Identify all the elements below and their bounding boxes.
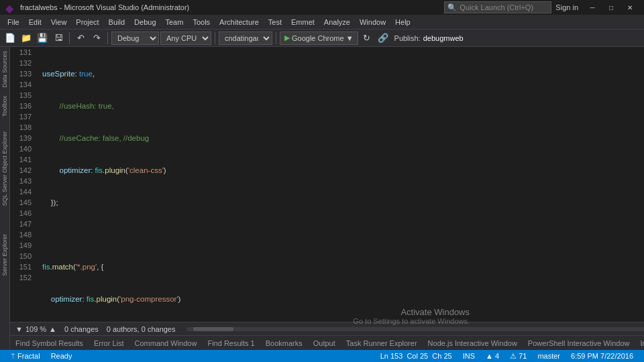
branch-label[interactable]: master: [532, 350, 566, 362]
app: ◆ fractalwebs - Microsoft Visual Studio …: [0, 0, 644, 362]
menu-view[interactable]: View: [46, 17, 72, 27]
encoding-label[interactable]: INS: [458, 350, 480, 362]
menu-test[interactable]: Test: [264, 17, 286, 27]
content-area: Data Sources Toolbox SQL Server Object E…: [0, 47, 644, 350]
bottom-tab-find-results[interactable]: Find Results 1: [202, 338, 260, 349]
code-line: //useCache: false, //debug: [40, 133, 644, 143]
save-all-button[interactable]: 🖫: [51, 31, 66, 46]
bottom-tab-bookmarks[interactable]: Bookmarks: [260, 338, 308, 349]
publish-value: debugmweb: [423, 34, 464, 42]
sidebar-item-data-sources[interactable]: Data Sources: [0, 47, 9, 92]
attach-button[interactable]: 🔗: [376, 31, 390, 46]
errors-count[interactable]: ▲ 4: [480, 350, 504, 362]
cursor-position[interactable]: Ln 153 Col 25 Ch 25: [375, 350, 458, 362]
code-line: optimizer: fis.plugin('png-compressor'): [40, 294, 644, 304]
bottom-tab-powershell[interactable]: PowerShell Interactive Window: [523, 338, 635, 349]
changes-count: 0 changes: [64, 325, 99, 333]
browser-label: Google Chrome: [292, 34, 344, 42]
code-line: optimizer: fis.plugin('clean-css'): [40, 165, 644, 176]
menu-emmet[interactable]: Emmet: [286, 17, 319, 27]
refresh-button[interactable]: ↻: [360, 31, 374, 46]
open-file-button[interactable]: 📁: [19, 31, 34, 46]
quick-launch-placeholder: Quick Launch (Ctrl+Q): [460, 3, 533, 11]
window-controls: ─ □ ✕: [584, 1, 639, 13]
bottom-tab-bar: Find Symbol Results Error List Command W…: [10, 335, 644, 350]
config-select[interactable]: Debug Release: [111, 32, 159, 45]
zoom-level: 109 %: [25, 325, 46, 333]
encoding-value: INS: [463, 352, 475, 360]
line-numbers: 1311321331341351361371381391401411421431…: [10, 47, 37, 322]
branch-value: master: [537, 352, 560, 360]
bottom-tab-command-window[interactable]: Command Window: [129, 338, 203, 349]
sidebar-item-sql-server[interactable]: SQL Server Object Explorer: [0, 127, 9, 210]
ready-label: Ready: [51, 352, 72, 360]
code-line: //useHash: true,: [40, 101, 644, 111]
menu-file[interactable]: File: [3, 17, 24, 27]
date-label: 7/22/2016: [600, 352, 633, 360]
menu-team[interactable]: Team: [161, 17, 189, 27]
code-line: [40, 229, 644, 240]
menu-edit[interactable]: Edit: [24, 17, 46, 27]
bottom-tab-immediate[interactable]: Immediate Window: [635, 338, 644, 349]
bottom-tab-output[interactable]: Output: [308, 338, 341, 349]
warnings-count[interactable]: ⚠ 71: [504, 350, 532, 362]
menu-architecture[interactable]: Architecture: [215, 17, 264, 27]
menu-help[interactable]: Help: [390, 17, 415, 27]
platform-select[interactable]: Any CPU: [160, 32, 211, 45]
toolbar: 📄 📁 💾 🖫 ↶ ↷ Debug Release Any CPU cndati…: [0, 29, 644, 47]
error-count-label: ▲ 4: [486, 352, 499, 360]
zoom-control[interactable]: ▼ 109 % ▲: [15, 325, 56, 333]
bottom-tab-find-symbol[interactable]: Find Symbol Results: [10, 338, 89, 349]
datetime-display: 6:59 PM 7/22/2016: [566, 350, 639, 362]
toolbar-separator-2: [107, 32, 108, 44]
editor-column: 1311321331341351361371381391401411421431…: [10, 47, 644, 350]
code-line: fis.match('*.png', {: [40, 261, 644, 272]
minimize-button[interactable]: ─: [584, 1, 601, 13]
app-title: fractalwebs - Microsoft Visual Studio (A…: [20, 3, 444, 11]
sidebar-item-server-explorer[interactable]: Server Explorer: [0, 230, 9, 280]
code-line: useSprite: true,: [40, 68, 644, 79]
horizontal-scrollbar[interactable]: [186, 327, 645, 331]
search-icon: 🔍: [447, 3, 457, 12]
sidebar-item-toolbox[interactable]: Toolbox: [0, 92, 9, 121]
redo-button[interactable]: ↷: [89, 31, 104, 46]
cursor-ln: Ln 153: [380, 352, 403, 360]
publish-area: Publish: debugmweb: [394, 34, 464, 42]
menu-tools[interactable]: Tools: [188, 17, 215, 27]
git-branch-label: Fractal: [17, 352, 40, 360]
editor-info-bar: ▼ 109 % ▲ 0 changes 0 authors, 0 changes: [10, 322, 644, 335]
zoom-increase-button[interactable]: ▲: [49, 325, 56, 333]
git-branch-button[interactable]: ⍑ Fractal: [5, 350, 46, 362]
zoom-decrease-button[interactable]: ▼: [15, 325, 23, 333]
close-button[interactable]: ✕: [621, 1, 639, 13]
toolbar-separator-4: [276, 32, 276, 44]
horizontal-scroll-thumb[interactable]: [193, 327, 233, 331]
status-ready[interactable]: Ready: [46, 350, 78, 362]
cursor-col: Col 25: [407, 352, 428, 360]
menu-window[interactable]: Window: [355, 17, 390, 27]
bottom-tab-task-runner[interactable]: Task Runner Explorer: [341, 338, 423, 349]
menu-debug[interactable]: Debug: [129, 17, 160, 27]
play-icon: ▶: [284, 34, 290, 42]
authors-info: 0 authors, 0 changes: [107, 325, 176, 333]
menu-project[interactable]: Project: [71, 17, 103, 27]
bottom-tab-error-list[interactable]: Error List: [89, 338, 129, 349]
vs-logo: ◆: [5, 2, 16, 13]
code-area[interactable]: useSprite: true, //useHash: true, //useC…: [37, 47, 644, 322]
save-button[interactable]: 💾: [35, 31, 50, 46]
menu-analyze[interactable]: Analyze: [319, 17, 355, 27]
title-bar: ◆ fractalwebs - Microsoft Visual Studio …: [0, 0, 644, 15]
menu-build[interactable]: Build: [104, 17, 129, 27]
bottom-tab-nodejs[interactable]: Node.js Interactive Window: [423, 338, 523, 349]
git-icon: ⍑: [11, 352, 15, 360]
sign-in-link[interactable]: Sign in: [555, 3, 578, 11]
quick-launch-bar[interactable]: 🔍 Quick Launch (Ctrl+Q): [444, 1, 551, 13]
run-button[interactable]: ▶ Google Chrome ▼: [280, 32, 358, 45]
target-project-select[interactable]: cndatingadm: [219, 32, 272, 45]
editor-main: 1311321331341351361371381391401411421431…: [10, 47, 644, 322]
undo-button[interactable]: ↶: [73, 31, 88, 46]
new-project-button[interactable]: 📄: [3, 31, 17, 46]
warning-count-label: ⚠ 71: [510, 352, 527, 361]
menu-bar: File Edit View Project Build Debug Team …: [0, 15, 644, 29]
maximize-button[interactable]: □: [602, 1, 620, 13]
